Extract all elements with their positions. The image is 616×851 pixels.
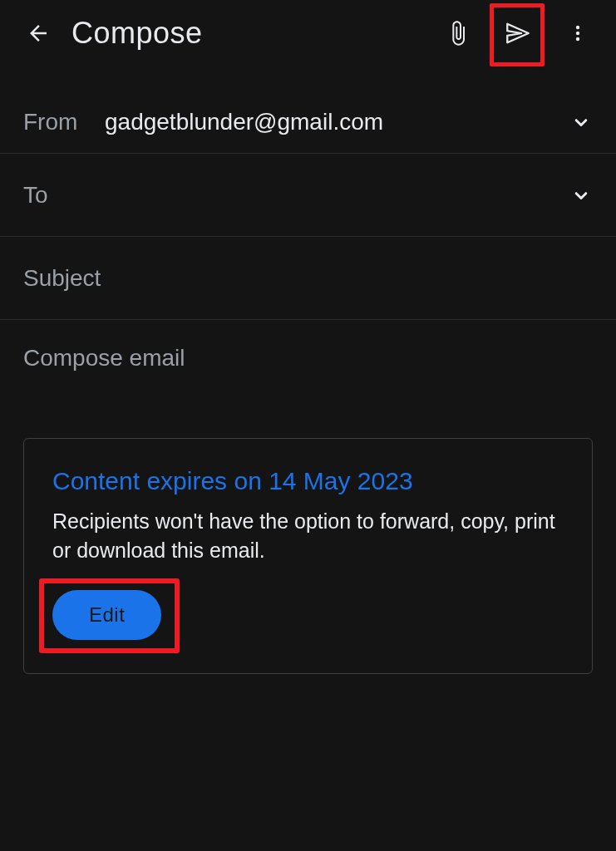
from-row[interactable]: From gadgetblunder@gmail.com: [0, 66, 616, 154]
more-vert-icon: [568, 20, 588, 47]
paperclip-icon: [445, 20, 471, 47]
back-button[interactable]: [22, 17, 55, 50]
page-title: Compose: [71, 16, 440, 51]
body-placeholder: Compose email: [23, 345, 593, 371]
subject-row[interactable]: Subject: [0, 237, 616, 320]
svg-point-2: [576, 37, 579, 41]
to-expand[interactable]: [569, 184, 593, 207]
edit-button-highlight: Edit: [52, 590, 161, 640]
edit-button[interactable]: Edit: [52, 590, 161, 640]
from-value: gadgetblunder@gmail.com: [105, 109, 569, 135]
header-actions: [440, 15, 596, 52]
more-button[interactable]: [559, 15, 596, 52]
compose-header: Compose: [0, 0, 616, 66]
from-expand[interactable]: [569, 111, 593, 134]
to-label: To: [23, 182, 98, 209]
send-icon: [504, 19, 532, 47]
confidential-title: Content expires on 14 May 2023: [52, 467, 564, 495]
svg-point-0: [576, 26, 579, 29]
svg-point-1: [576, 32, 579, 35]
confidential-description: Recipients won't have the option to forw…: [52, 507, 564, 565]
chevron-down-icon: [569, 184, 593, 207]
to-row[interactable]: To: [0, 154, 616, 237]
from-label: From: [23, 109, 98, 135]
compose-body[interactable]: Compose email: [0, 320, 616, 388]
attach-button[interactable]: [440, 15, 476, 52]
subject-field: Subject: [23, 265, 101, 292]
confidential-mode-card: Content expires on 14 May 2023 Recipient…: [23, 438, 593, 674]
send-button[interactable]: [500, 15, 536, 52]
chevron-down-icon: [569, 111, 593, 134]
arrow-left-icon: [26, 21, 51, 46]
